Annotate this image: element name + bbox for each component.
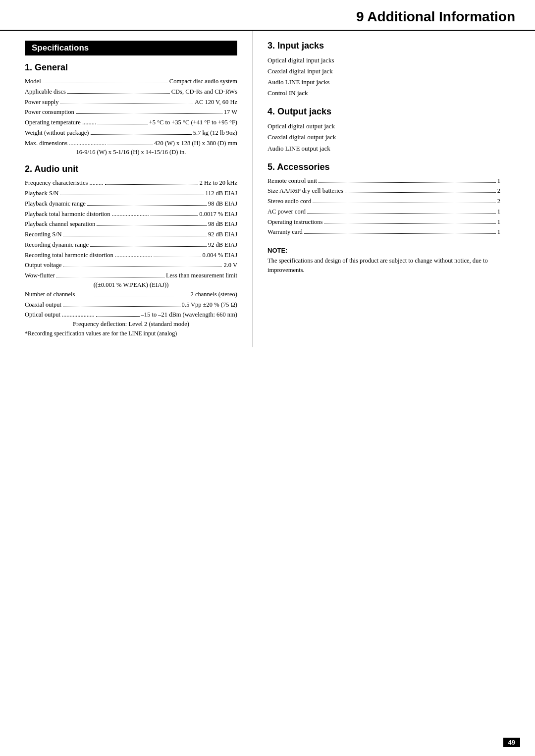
accessory-operating-instructions: Operating instructions 1 [268, 217, 500, 227]
spec-operating-temp: Operating temperature ......... +5 °C to… [25, 118, 237, 127]
spec-recording-thd: Recording total harmonic distortion ....… [25, 251, 237, 260]
accessory-audio-cord: Stereo audio cord 2 [268, 197, 500, 206]
input-jacks-title: 3. Input jacks [268, 41, 500, 51]
spec-power-supply: Power supply AC 120 V, 60 Hz [25, 98, 237, 107]
output-jacks-list: Optical digital output jack Coaxial digi… [268, 121, 500, 154]
input-jack-item: Control IN jack [268, 88, 500, 99]
right-column: 3. Input jacks Optical digital input jac… [253, 31, 520, 347]
specifications-banner: Specifications [25, 41, 237, 55]
spec-playback-thd: Playback total harmonic distortion .....… [25, 210, 237, 219]
content-area: Specifications 1. General Model Compact … [0, 31, 535, 347]
spec-freq-char: Frequency characteristics ......... 2 Hz… [25, 178, 237, 188]
spec-optical-output: Optical output ..................... –15… [25, 310, 237, 320]
spec-playback-dr: Playback dynamic range 98 dB EIAJ [25, 199, 237, 209]
general-title: 1. General [25, 62, 237, 73]
spec-power-consumption: Power consumption 17 W [25, 108, 237, 117]
note-title: NOTE: [268, 247, 500, 254]
spec-dimensions-inch: 16-9/16 (W) x 5-1/16 (H) x 14-15/16 (D) … [25, 149, 237, 156]
input-jacks-list: Optical digital input jacks Coaxial digi… [268, 55, 500, 99]
spec-playback-sn: Playback S/N 112 dB EIAJ [25, 189, 237, 198]
note-text: The specifications and design of this pr… [268, 256, 500, 275]
input-jack-item: Coaxial digital input jack [268, 66, 500, 77]
output-jacks-title: 4. Output jacks [268, 107, 500, 117]
spec-coaxial-output: Coaxial output 0.5 Vpp ±20 % (75 Ω) [25, 300, 237, 310]
spec-dimensions: Max. dimensions ........................… [25, 139, 237, 148]
spec-output-voltage: Output voltage 2.0 V [25, 261, 237, 270]
accessories-title: 5. Accessories [268, 162, 500, 172]
spec-num-channels: Number of channels 2 channels (stereo) [25, 290, 237, 299]
spec-freq-deflection: Frequency deflection: Level 2 (standard … [25, 321, 237, 328]
spec-playback-sep: Playback channel separation 98 dB EIAJ [25, 219, 237, 229]
spec-weight: Weight (without package) 5.7 kg (12 lb 9… [25, 128, 237, 138]
page-title: 9 Additional Information [356, 9, 515, 24]
page-number: 49 [503, 738, 520, 747]
spec-applicable-discs: Applicable discs CDs, CD-Rs and CD-RWs [25, 87, 237, 97]
left-column: Specifications 1. General Model Compact … [0, 31, 253, 347]
accessory-remote: Remote control unit 1 [268, 176, 500, 186]
output-jack-item: Coaxial digital output jack [268, 132, 500, 143]
accessory-batteries: Size AA/R6P dry cell batteries 2 [268, 186, 500, 196]
output-jack-item: Optical digital output jack [268, 121, 500, 132]
page-header: 9 Additional Information [0, 0, 535, 31]
audio-unit-title: 2. Audio unit [25, 164, 237, 174]
input-jack-item: Audio LINE input jacks [268, 77, 500, 88]
accessory-power-cord: AC power cord 1 [268, 207, 500, 216]
spec-wow-flutter: Wow-flutter Less than measurement limit [25, 271, 237, 280]
recording-spec-note: *Recording specification values are for … [25, 330, 237, 337]
output-jack-item: Audio LINE output jack [268, 143, 500, 154]
input-jack-item: Optical digital input jacks [268, 55, 500, 66]
accessory-warranty-card: Warranty card 1 [268, 227, 500, 237]
spec-recording-dr: Recording dynamic range 92 dB EIAJ [25, 240, 237, 250]
spec-wow-flutter-sub: ((±0.001 % W.PEAK) (EIAJ)) [25, 281, 237, 289]
page: 9 Additional Information Specifications … [0, 0, 535, 756]
spec-model: Model Compact disc audio system [25, 77, 237, 86]
note-section: NOTE: The specifications and design of t… [268, 247, 500, 275]
spec-recording-sn: Recording S/N 92 dB EIAJ [25, 230, 237, 239]
